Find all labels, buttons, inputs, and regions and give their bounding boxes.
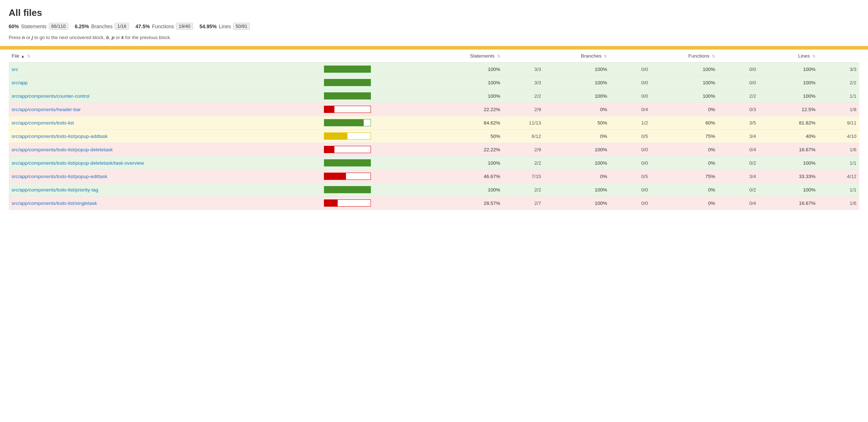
coverage-bar-cell <box>321 63 429 76</box>
col-header-branches[interactable]: Branches ⇅ <box>544 50 610 63</box>
coverage-bar-cell <box>321 197 429 210</box>
coverage-bar-cell <box>321 143 429 156</box>
file-link[interactable]: src/app/components/todo-list <box>12 120 74 126</box>
statements-pct: 60% <box>9 24 19 29</box>
coverage-bar-fill <box>324 106 334 113</box>
col-header-file[interactable]: File ▲ ⇅ <box>9 50 321 63</box>
file-cell: src/app/components/todo-list/priority-ta… <box>9 183 321 197</box>
col-header-functions[interactable]: Functions ⇅ <box>651 50 718 63</box>
stmt-frac: 11/13 <box>503 116 544 130</box>
lines-pct: 100% <box>759 76 818 89</box>
stmt-frac: 7/15 <box>503 170 544 183</box>
stmt-frac: 2/7 <box>503 197 544 210</box>
sort-icon-branches: ⇅ <box>604 54 607 59</box>
stmt-pct: 22.22% <box>429 143 503 156</box>
lines-pct: 81.82% <box>759 116 818 130</box>
file-cell: src/app/components/todo-list/singletask <box>9 197 321 210</box>
coverage-bar-cell <box>321 76 429 89</box>
table-row: src/app/components/header-bar22.22%2/90%… <box>9 103 859 116</box>
col-header-lines[interactable]: Lines ⇅ <box>759 50 818 63</box>
file-link[interactable]: src/app <box>12 80 27 85</box>
accent-bar <box>0 46 868 50</box>
file-cell: src/app <box>9 76 321 89</box>
coverage-bar <box>324 119 371 126</box>
file-cell: src/app/components/todo-list/popup-editt… <box>9 170 321 183</box>
file-link[interactable]: src/app/components/counter-control <box>12 93 89 99</box>
lines-frac: 1/6 <box>818 143 859 156</box>
stmt-frac: 3/3 <box>503 76 544 89</box>
lines-frac: 4/12 <box>818 170 859 183</box>
function-pct: 0% <box>651 183 718 197</box>
stmt-pct: 100% <box>429 76 503 89</box>
file-link[interactable]: src/app/components/todo-list/priority-ta… <box>12 187 98 193</box>
coverage-bar <box>324 186 371 193</box>
stat-lines: 54.95% Lines 50/91 <box>200 23 250 30</box>
coverage-bar-cell <box>321 156 429 170</box>
stat-functions: 47.5% Functions 19/40 <box>136 23 193 30</box>
coverage-bar-cell <box>321 170 429 183</box>
table-row: src/app/components/todo-list/singletask2… <box>9 197 859 210</box>
stmt-pct: 84.62% <box>429 116 503 130</box>
table-row: src/app/components/todo-list84.62%11/135… <box>9 116 859 130</box>
coverage-bar-fill <box>324 173 346 180</box>
function-frac: 0/0 <box>718 63 759 76</box>
stmt-pct: 46.67% <box>429 170 503 183</box>
table-row: src100%3/3100%0/0100%0/0100%3/3 <box>9 63 859 76</box>
function-pct: 0% <box>651 156 718 170</box>
sort-icon-statements: ⇅ <box>497 54 500 59</box>
branch-pct: 100% <box>544 63 610 76</box>
stat-branches: 6.25% Branches 1/16 <box>75 23 129 30</box>
branch-frac: 0/0 <box>610 89 651 103</box>
coverage-bar-fill <box>324 160 371 166</box>
stmt-frac: 3/3 <box>503 63 544 76</box>
lines-frac: 9/11 <box>818 116 859 130</box>
stmt-pct: 100% <box>429 183 503 197</box>
file-link[interactable]: src <box>12 67 18 72</box>
file-link[interactable]: src/app/components/todo-list/singletask <box>12 201 97 206</box>
function-pct: 75% <box>651 130 718 143</box>
lines-badge: 50/91 <box>233 23 250 30</box>
stmt-pct: 50% <box>429 130 503 143</box>
page-title: All files <box>9 7 859 18</box>
function-pct: 0% <box>651 197 718 210</box>
lines-pct: 100% <box>759 183 818 197</box>
branch-frac: 0/0 <box>610 76 651 89</box>
branch-frac: 0/0 <box>610 156 651 170</box>
table-row: src/app/components/counter-control100%2/… <box>9 89 859 103</box>
file-link[interactable]: src/app/components/header-bar <box>12 107 81 112</box>
function-frac: 3/5 <box>718 116 759 130</box>
stmt-frac: 2/9 <box>503 143 544 156</box>
function-pct: 100% <box>651 89 718 103</box>
function-frac: 0/2 <box>718 156 759 170</box>
branch-pct: 100% <box>544 76 610 89</box>
branches-pct: 6.25% <box>75 24 89 29</box>
lines-pct: 100% <box>759 89 818 103</box>
file-link[interactable]: src/app/components/todo-list/popup-addta… <box>12 134 108 139</box>
table-row: src/app/components/todo-list/popup-editt… <box>9 170 859 183</box>
coverage-bar-cell <box>321 116 429 130</box>
branch-pct: 100% <box>544 156 610 170</box>
branch-pct: 100% <box>544 183 610 197</box>
col-header-fn-frac <box>718 50 759 63</box>
stmt-frac: 2/9 <box>503 103 544 116</box>
file-cell: src/app/components/header-bar <box>9 103 321 116</box>
branch-pct: 100% <box>544 197 610 210</box>
file-link[interactable]: src/app/components/todo-list/popup-delet… <box>12 147 113 152</box>
coverage-bar-fill <box>324 66 371 72</box>
coverage-bar-fill <box>324 200 338 206</box>
file-link[interactable]: src/app/components/todo-list/popup-editt… <box>12 174 107 179</box>
lines-pct: 40% <box>759 130 818 143</box>
branch-frac: 0/4 <box>610 103 651 116</box>
coverage-table-wrapper: File ▲ ⇅ Statements ⇅ Branches ⇅ Functio… <box>9 50 859 210</box>
file-link[interactable]: src/app/components/todo-list/popup-delet… <box>12 160 144 166</box>
sort-icon-lines: ⇅ <box>812 54 816 59</box>
col-header-ln-frac <box>818 50 859 63</box>
coverage-bar-fill <box>324 79 371 86</box>
col-header-bar <box>321 50 429 63</box>
col-header-statements[interactable]: Statements ⇅ <box>429 50 503 63</box>
coverage-bar-fill <box>324 119 364 126</box>
function-frac: 0/4 <box>718 143 759 156</box>
lines-frac: 1/1 <box>818 183 859 197</box>
lines-frac: 1/8 <box>818 103 859 116</box>
function-frac: 2/2 <box>718 89 759 103</box>
